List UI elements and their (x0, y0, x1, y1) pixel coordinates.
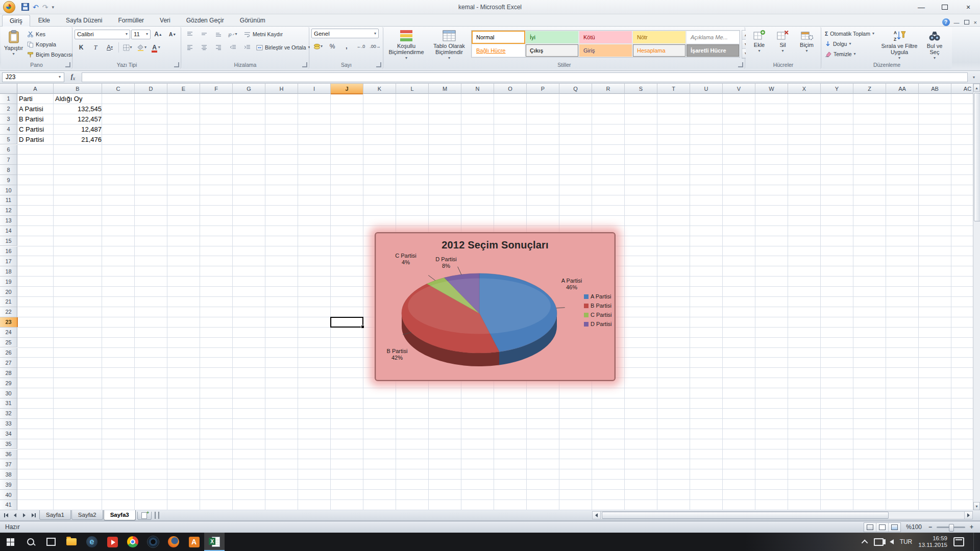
vertical-scrollbar[interactable]: ▲ ▼ (973, 84, 980, 510)
decrease-decimal-button[interactable]: .00→ (369, 41, 382, 52)
column-header-Q[interactable]: Q (559, 84, 592, 94)
ribbon-tab-görünüm[interactable]: Görünüm (232, 14, 273, 26)
column-header-I[interactable]: I (298, 84, 331, 94)
embedded-chart[interactable]: 2012 Seçim Sonuçları A Partisi46%B Parti… (366, 227, 624, 387)
task-view-button[interactable] (41, 533, 61, 551)
zoom-slider[interactable]: − + (927, 523, 975, 531)
row-header-12[interactable]: 12 (0, 206, 17, 216)
row-header-23[interactable]: 23 (0, 317, 18, 328)
column-header-X[interactable]: X (788, 84, 821, 94)
cut-button[interactable]: Kes (26, 29, 74, 39)
delete-cells-button[interactable]: Sil ▾ (772, 29, 794, 54)
qat-customize-icon[interactable]: ▾ (52, 5, 54, 10)
minimize-button[interactable]: — (910, 0, 933, 14)
sort-filter-button[interactable]: A Z Sırala ve Filtre Uygula ▾ (879, 29, 919, 61)
dialog-launcher-icon[interactable] (65, 62, 70, 67)
file-explorer-button[interactable] (61, 533, 82, 551)
row-header-26[interactable]: 26 (0, 348, 17, 358)
row-header-13[interactable]: 13 (0, 216, 17, 226)
horizontal-scroll-thumb[interactable] (602, 512, 889, 519)
row-header-2[interactable]: 2 (0, 104, 17, 114)
column-header-E[interactable]: E (167, 84, 200, 94)
video-player-button[interactable] (102, 533, 122, 551)
excel-taskbar-button[interactable]: X (204, 533, 225, 551)
sheet-tab-sayfa1[interactable]: Sayfa1 (39, 510, 71, 520)
language-indicator[interactable]: TUR (900, 538, 913, 545)
close-button[interactable]: × (957, 0, 980, 14)
italic-button[interactable]: T (89, 42, 102, 53)
cell-style-item[interactable]: Nötr (632, 31, 686, 44)
dialog-launcher-icon[interactable] (302, 62, 307, 67)
autosum-button[interactable]: Σ Otomatik Toplam ▾ (823, 29, 878, 39)
row-header-25[interactable]: 25 (0, 338, 17, 348)
cell-style-item[interactable]: Kötü (579, 31, 632, 44)
cell-A2[interactable]: A Partisi (17, 104, 55, 114)
column-header-M[interactable]: M (429, 84, 461, 94)
percent-style-button[interactable]: % (326, 41, 339, 52)
row-header-16[interactable]: 16 (0, 246, 17, 257)
scroll-left-icon[interactable] (593, 512, 601, 519)
format-cells-button[interactable]: Biçim ▾ (796, 29, 818, 54)
row-header-32[interactable]: 32 (0, 409, 17, 419)
page-layout-view-button[interactable] (876, 523, 889, 532)
row-header-19[interactable]: 19 (0, 277, 17, 287)
workbook-restore-button[interactable] (964, 20, 969, 24)
last-sheet-button[interactable] (29, 511, 38, 519)
insert-worksheet-button[interactable] (137, 512, 152, 520)
cell-style-item[interactable]: Bağlı Hücre (472, 44, 525, 57)
column-header-W[interactable]: W (755, 84, 788, 94)
taskbar-search-button[interactable] (20, 533, 41, 551)
row-header-28[interactable]: 28 (0, 368, 17, 378)
row-header-40[interactable]: 40 (0, 490, 17, 500)
column-header-D[interactable]: D (135, 84, 167, 94)
column-header-P[interactable]: P (527, 84, 559, 94)
clock[interactable]: 16:59 13.11.2015 (918, 535, 947, 548)
workbook-minimize-button[interactable]: — (954, 19, 960, 26)
grid-corner[interactable] (0, 84, 17, 94)
align-bottom-button[interactable] (212, 29, 225, 40)
vertical-scroll-thumb[interactable] (974, 93, 980, 221)
insert-function-button[interactable]: fx (66, 73, 80, 81)
row-header-8[interactable]: 8 (0, 165, 17, 175)
formula-input[interactable] (82, 72, 968, 82)
shrink-font-button[interactable]: A▼ (166, 29, 179, 40)
dialog-launcher-icon[interactable] (376, 62, 381, 67)
horizontal-scrollbar[interactable] (592, 511, 973, 519)
row-header-24[interactable]: 24 (0, 328, 17, 338)
row-header-17[interactable]: 17 (0, 256, 17, 266)
row-header-35[interactable]: 35 (0, 439, 17, 449)
cell-B1[interactable]: Aldığı Oy (54, 94, 103, 104)
display-icon[interactable] (874, 538, 884, 546)
column-header-O[interactable]: O (494, 84, 527, 94)
row-header-34[interactable]: 34 (0, 429, 17, 439)
ribbon-tab-gözden-geçir[interactable]: Gözden Geçir (179, 14, 232, 26)
row-header-27[interactable]: 27 (0, 358, 17, 368)
dialog-launcher-icon[interactable] (738, 62, 743, 67)
undo-icon[interactable]: ↶ (33, 3, 39, 11)
first-sheet-button[interactable] (2, 511, 10, 519)
ribbon-tab-giriş[interactable]: Giriş (2, 15, 30, 27)
zoom-track[interactable] (937, 527, 965, 528)
align-middle-button[interactable] (198, 29, 211, 40)
cell-style-item[interactable]: Normal (472, 31, 525, 44)
row-header-6[interactable]: 6 (0, 145, 17, 155)
align-right-button[interactable] (212, 42, 225, 53)
volume-icon[interactable] (890, 539, 894, 544)
row-header-21[interactable]: 21 (0, 297, 17, 307)
next-sheet-button[interactable] (20, 511, 29, 519)
column-header-AC[interactable]: AC (951, 84, 973, 94)
column-header-C[interactable]: C (102, 84, 135, 94)
decrease-indent-button[interactable] (226, 42, 239, 53)
cell-style-item[interactable]: Çıkış (525, 44, 579, 57)
column-header-AA[interactable]: AA (886, 84, 919, 94)
wrap-text-button[interactable]: Metni Kaydır (242, 29, 284, 39)
row-header-37[interactable]: 37 (0, 459, 17, 469)
cell-A1[interactable]: Parti (17, 94, 55, 104)
column-header-H[interactable]: H (265, 84, 298, 94)
tab-split-handle[interactable] (155, 512, 159, 519)
row-header-31[interactable]: 31 (0, 398, 17, 409)
start-button[interactable] (0, 533, 20, 551)
edge-button[interactable]: e (82, 533, 102, 551)
tray-expand-icon[interactable] (861, 539, 868, 546)
row-header-18[interactable]: 18 (0, 266, 17, 277)
